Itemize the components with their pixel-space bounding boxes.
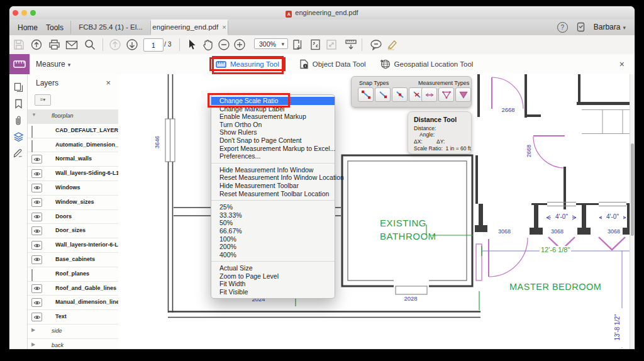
layer-row[interactable]: Normal_walls xyxy=(28,152,118,167)
layer-eye-icon[interactable] xyxy=(31,241,42,250)
doc-tab-active[interactable]: engineering_end.pdf× xyxy=(151,19,228,35)
zoom-out-button[interactable] xyxy=(216,37,231,52)
menu-item-export-to-excel[interactable]: Export Measurement Markup to Excel... xyxy=(211,145,335,153)
layer-eye-icon[interactable] xyxy=(31,184,42,192)
document-canvas[interactable]: 3646 2668 2668 3068 3068 3068 4'-0" 4'-0… xyxy=(118,74,630,349)
menu-item-turn-ortho-on[interactable]: Turn Ortho On xyxy=(211,121,335,129)
menu-item-reset-toolbar[interactable]: Reset Measurement Toolbar Location xyxy=(211,190,335,198)
layer-row[interactable]: Roof_and_Gable_lines xyxy=(28,282,118,296)
attachments-icon[interactable] xyxy=(13,114,24,126)
menu-item-change-scale-ratio[interactable]: Change Scale Ratio xyxy=(211,97,335,105)
layer-row[interactable]: ▶back xyxy=(28,339,118,349)
next-page-button[interactable] xyxy=(125,37,140,52)
email-button[interactable] xyxy=(64,37,79,52)
menu-item-reset-info-window[interactable]: Reset Measurement Info Window Location xyxy=(211,174,335,182)
perimeter-measure-button[interactable] xyxy=(438,87,454,102)
layer-row[interactable]: CAD_DEFAULT_LAYER xyxy=(28,124,118,138)
tab-home[interactable]: Home xyxy=(18,23,38,33)
object-data-tool-button[interactable]: i Object Data Tool xyxy=(299,59,366,69)
user-menu[interactable]: Barbara▾ xyxy=(594,23,626,31)
layers-options-button[interactable]: ≡▾ xyxy=(35,94,51,106)
fit-page-button[interactable] xyxy=(308,37,323,52)
menu-item-zoom-to-page[interactable]: Zoom to Page Level xyxy=(211,272,335,280)
menu-item-actual-size[interactable]: Actual Size xyxy=(211,264,335,272)
area-measure-button[interactable] xyxy=(455,87,471,102)
selection-tool-button[interactable] xyxy=(184,37,199,52)
vertical-scrollbar[interactable] xyxy=(630,74,635,349)
share-upload-button[interactable] xyxy=(29,37,44,52)
layer-row[interactable]: Windows xyxy=(28,181,118,196)
page-number-input[interactable] xyxy=(143,38,164,52)
scrollbar-thumb[interactable] xyxy=(631,143,634,236)
fit-height-button[interactable] xyxy=(290,37,305,52)
menu-item-preferences[interactable]: Preferences... xyxy=(211,152,335,160)
menu-item-hide-toolbar[interactable]: Hide Measurement Toolbar xyxy=(211,182,335,190)
layer-eye-icon[interactable] xyxy=(31,155,42,164)
comment-button[interactable] xyxy=(369,37,384,52)
menu-item-zoom-400[interactable]: 400% xyxy=(211,251,335,259)
menu-item-zoom-25[interactable]: 25% xyxy=(211,203,335,211)
zoom-in-button[interactable] xyxy=(232,37,247,52)
tree-collapsed-icon[interactable]: ▶ xyxy=(31,327,35,333)
snap-endpoints-button[interactable] xyxy=(358,87,374,102)
menu-item-enable-measurement-markup[interactable]: Enable Measurement Markup xyxy=(211,113,335,121)
menu-item-change-markup-label[interactable]: Change Markup Label xyxy=(211,105,335,113)
close-measure-toolbar-icon[interactable]: × xyxy=(619,59,625,69)
layer-eye-icon[interactable] xyxy=(31,298,42,307)
close-layers-panel-icon[interactable]: × xyxy=(106,78,111,87)
print-button[interactable] xyxy=(47,37,62,52)
signature-icon[interactable] xyxy=(13,147,24,158)
layer-row[interactable]: ▶side xyxy=(28,325,118,339)
bookmarks-icon[interactable] xyxy=(13,98,24,109)
layer-row[interactable]: ▼floorplan xyxy=(28,109,118,124)
layer-row[interactable]: Roof_planes xyxy=(28,267,118,282)
hand-tool-button[interactable] xyxy=(200,37,215,52)
layer-visibility-checkbox[interactable] xyxy=(31,126,33,138)
layer-eye-icon[interactable] xyxy=(31,213,42,221)
menu-item-zoom-33[interactable]: 33.33% xyxy=(211,211,335,219)
layer-visibility-checkbox[interactable] xyxy=(31,269,33,281)
snap-midpoint-button[interactable] xyxy=(375,87,391,102)
layer-eye-icon[interactable] xyxy=(31,255,42,264)
menu-item-zoom-50[interactable]: 50% xyxy=(211,219,335,227)
menu-item-zoom-200[interactable]: 200% xyxy=(211,243,335,251)
tree-expanded-icon[interactable]: ▼ xyxy=(31,112,36,118)
tab-close-icon[interactable]: × xyxy=(222,23,226,31)
layer-row[interactable]: Text xyxy=(28,310,118,325)
layer-eye-icon[interactable] xyxy=(31,169,42,178)
previous-page-button[interactable] xyxy=(108,37,123,52)
doc-tab-inactive[interactable]: FCBJ 25.4 (1) - El... xyxy=(71,19,150,35)
zoom-level-select[interactable]: 300%▾ xyxy=(254,38,288,49)
highlight-button[interactable] xyxy=(385,37,400,52)
layer-row[interactable]: Doors xyxy=(28,210,118,225)
mobile-check-icon[interactable] xyxy=(577,22,585,32)
page-thumbnails-icon[interactable] xyxy=(13,82,24,93)
layer-eye-icon[interactable] xyxy=(31,226,42,235)
menu-item-hide-info-window[interactable]: Hide Measurement Info Window xyxy=(211,166,335,174)
layer-row[interactable]: Window_sizes xyxy=(28,196,118,210)
layer-eye-icon[interactable] xyxy=(31,198,42,207)
layer-row[interactable]: Door_sizes xyxy=(28,224,118,238)
search-icon[interactable] xyxy=(82,37,97,52)
layer-eye-icon[interactable] xyxy=(31,313,42,321)
tree-collapsed-icon[interactable]: ▶ xyxy=(31,342,35,347)
layers-icon[interactable] xyxy=(13,131,24,142)
geospatial-tool-button[interactable]: Geospatial Location Tool xyxy=(380,59,474,69)
menu-item-show-rulers[interactable]: Show Rulers xyxy=(211,128,335,136)
help-icon[interactable]: ? xyxy=(557,22,568,33)
layer-row[interactable]: Automatic_Dimension_Lin xyxy=(28,138,118,153)
distance-measure-button[interactable] xyxy=(421,87,437,102)
layer-row[interactable]: Wall_layers-Interior-6-L4 xyxy=(28,238,118,253)
menu-item-fit-width[interactable]: Fit Width xyxy=(211,280,335,288)
layer-row[interactable]: Wall_layers-Siding-6-L1 xyxy=(28,167,118,181)
layer-visibility-checkbox[interactable] xyxy=(31,140,33,152)
measuring-tool-button[interactable]: Measuring Tool xyxy=(209,57,286,71)
fit-width-button[interactable] xyxy=(324,37,339,52)
menu-item-dont-snap[interactable]: Don't Snap to Page Content xyxy=(211,136,335,145)
layer-row[interactable]: Manual_dimension_lines xyxy=(28,296,118,310)
measure-toolbar-button[interactable] xyxy=(343,37,358,52)
menu-item-zoom-66[interactable]: 66.67% xyxy=(211,227,335,235)
tab-tools[interactable]: Tools xyxy=(46,23,64,33)
snap-path-button[interactable] xyxy=(392,87,408,102)
layer-row[interactable]: Base_cabinets xyxy=(28,253,118,267)
